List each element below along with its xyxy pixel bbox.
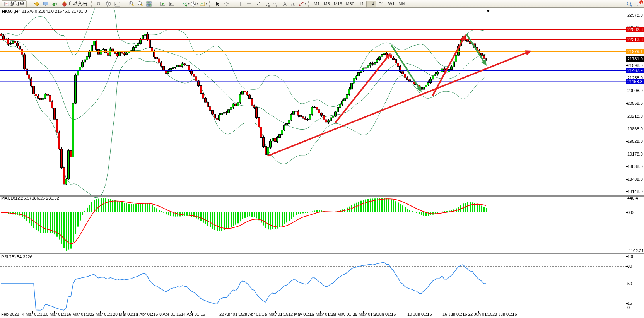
- toolbar-separator: [209, 1, 212, 7]
- notification-badge: 1: [639, 0, 644, 5]
- horizontal-line-button[interactable]: [244, 0, 253, 7]
- svg-text:T: T: [292, 2, 295, 6]
- channel-icon: E: [264, 1, 270, 7]
- timeframe-m1-button[interactable]: M1: [312, 1, 322, 7]
- line-chart-icon: [114, 1, 120, 7]
- chevron-down-icon: ▾: [206, 2, 207, 5]
- chart-shift-icon: [169, 1, 175, 7]
- periods-button[interactable]: ▾: [190, 0, 199, 7]
- new-order-icon: [4, 1, 9, 7]
- vertical-line-icon: [237, 1, 243, 7]
- crosshair-icon: [223, 1, 229, 7]
- notifications-button[interactable]: 1: [634, 0, 643, 7]
- toolbar-separator: [232, 1, 234, 7]
- timeframe-h1-button[interactable]: H1: [356, 1, 366, 7]
- vertical-line-button[interactable]: [236, 0, 244, 7]
- zoom-out-button[interactable]: [135, 0, 144, 7]
- terminal-button[interactable]: [41, 0, 50, 7]
- toolbar-separator: [123, 1, 125, 7]
- timeframe-m5-button[interactable]: M5: [322, 1, 332, 7]
- auto-trading-button[interactable]: 自动交易: [59, 0, 89, 7]
- timeframe-m30-button[interactable]: M30: [344, 1, 356, 7]
- toolbar-separator: [29, 1, 31, 7]
- timeframe-d1-button[interactable]: D1: [376, 1, 386, 7]
- price-chart-canvas[interactable]: [0, 8, 644, 318]
- toolbar-separator: [178, 1, 180, 7]
- chart-window-button[interactable]: [32, 0, 41, 7]
- auto-trading-label: 自动交易: [68, 0, 87, 7]
- chart-shift-button[interactable]: [167, 0, 176, 7]
- text-label-button[interactable]: T: [289, 0, 298, 7]
- line-chart-button[interactable]: [113, 0, 121, 7]
- signals-button[interactable]: [50, 0, 59, 7]
- zoom-out-icon: [137, 1, 143, 7]
- crosshair-button[interactable]: [222, 0, 231, 7]
- indicators-button[interactable]: ▾: [181, 0, 190, 7]
- timeframe-mn-button[interactable]: MN: [396, 1, 407, 7]
- zoom-in-button[interactable]: [126, 0, 135, 7]
- timeframe-h4-button[interactable]: H4: [366, 1, 376, 7]
- diamond-icon: [34, 1, 40, 7]
- candlestick-chart-icon: [105, 1, 111, 7]
- toolbar-separator: [91, 1, 94, 7]
- auto-trading-icon: [61, 1, 67, 7]
- monitor-icon: [43, 1, 49, 7]
- toolbar: 新订单 自动交易 ▾ ▾ ▾ E F A T ▾ M1M5M15M30H1H4D…: [0, 0, 644, 8]
- candlestick-chart-button[interactable]: [104, 0, 113, 7]
- templates-icon: [199, 1, 205, 7]
- horizontal-line-icon: [246, 1, 252, 7]
- cursor-icon: [214, 1, 220, 7]
- chevron-down-icon: ▾: [305, 2, 306, 5]
- tile-windows-icon: [146, 1, 152, 7]
- new-order-label: 新订单: [10, 0, 24, 7]
- toolbar-separator: [155, 1, 157, 7]
- svg-text:E: E: [268, 4, 270, 7]
- new-order-button[interactable]: 新订单: [2, 0, 27, 7]
- zoom-in-icon: [128, 1, 134, 7]
- templates-button[interactable]: ▾: [199, 0, 208, 7]
- chevron-down-icon: ▾: [188, 2, 190, 5]
- label-icon: T: [290, 1, 297, 7]
- svg-text:A: A: [283, 1, 287, 7]
- equidistant-channel-button[interactable]: E: [262, 0, 271, 7]
- bar-chart-button[interactable]: [95, 0, 104, 7]
- timeframe-m15-button[interactable]: M15: [332, 1, 344, 7]
- search-icon: [626, 1, 632, 7]
- indicators-icon: [181, 1, 188, 7]
- auto-scroll-button[interactable]: [158, 0, 167, 7]
- bar-chart-icon: [96, 1, 102, 7]
- toolbar-separator: [308, 1, 311, 7]
- timeframe-w1-button[interactable]: W1: [386, 1, 397, 7]
- svg-text:F: F: [276, 5, 278, 7]
- trendline-icon: [255, 1, 261, 7]
- signal-icon: [51, 1, 58, 7]
- cursor-button[interactable]: [213, 0, 222, 7]
- chevron-down-icon: ▾: [197, 2, 198, 5]
- arrows-icon: [298, 1, 304, 7]
- auto-scroll-icon: [160, 1, 166, 7]
- search-button[interactable]: [625, 0, 634, 7]
- trendline-button[interactable]: [253, 0, 262, 7]
- text-button[interactable]: A: [280, 0, 289, 7]
- arrows-button[interactable]: ▾: [298, 0, 307, 7]
- fibonacci-icon: F: [273, 1, 279, 7]
- fibonacci-button[interactable]: F: [271, 0, 280, 7]
- timeframe-group: M1M5M15M30H1H4D1W1MN: [312, 1, 407, 7]
- text-icon: A: [282, 1, 288, 7]
- tile-windows-button[interactable]: [144, 0, 153, 7]
- periods-clock-icon: [190, 1, 196, 7]
